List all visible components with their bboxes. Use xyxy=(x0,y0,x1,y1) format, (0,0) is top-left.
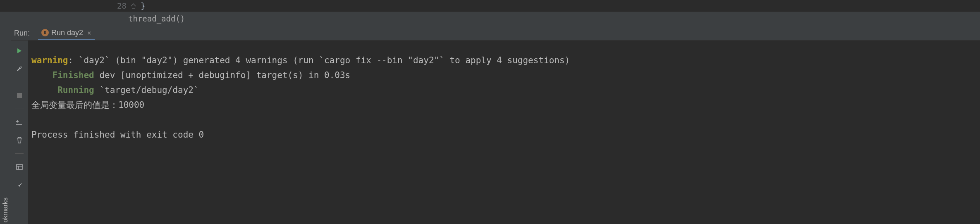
trash-icon[interactable] xyxy=(15,136,24,145)
console-finished-label: Finished xyxy=(53,70,94,80)
console-text: `target/debug/day2` xyxy=(94,85,199,95)
pin-icon[interactable] xyxy=(15,180,24,189)
scroll-to-end-icon[interactable] xyxy=(15,118,24,127)
divider xyxy=(15,109,24,109)
fold-up-icon[interactable] xyxy=(130,2,136,10)
rust-icon: R xyxy=(41,29,49,36)
console-warning-label: warning xyxy=(31,55,68,65)
breadcrumb-bar: thread_add() xyxy=(0,12,980,26)
code-line[interactable]: 28 } xyxy=(0,0,980,12)
vertical-tab-label: okmarks xyxy=(2,198,9,222)
run-toolbar xyxy=(11,41,28,224)
console-running-label: Running xyxy=(57,85,94,95)
console-text: : `day2` (bin "day2") generated 4 warnin… xyxy=(68,55,570,65)
run-body: warning: `day2` (bin "day2") generated 4… xyxy=(11,41,980,224)
run-tab[interactable]: R Run day2 × xyxy=(38,26,95,40)
breadcrumb-item[interactable]: thread_add() xyxy=(128,14,185,23)
editor-area: 28 } thread_add() xyxy=(0,0,980,26)
rerun-icon[interactable] xyxy=(15,46,24,55)
main-area: okmarks Run: R Run day2 × xyxy=(0,26,980,224)
divider xyxy=(15,82,24,82)
layout-icon[interactable] xyxy=(15,162,24,172)
console-text: Process finished with exit code 0 xyxy=(31,130,204,140)
close-icon[interactable]: × xyxy=(87,29,91,37)
run-label: Run: xyxy=(14,29,30,38)
divider xyxy=(15,153,24,154)
line-number: 28 xyxy=(117,1,127,10)
code-text: } xyxy=(141,1,146,11)
console-text: 全局变量最后的值是：10000 xyxy=(31,100,144,110)
console-output[interactable]: warning: `day2` (bin "day2") generated 4… xyxy=(28,41,980,224)
run-panel: Run: R Run day2 × xyxy=(11,26,980,224)
svg-rect-1 xyxy=(17,164,22,169)
stop-icon[interactable] xyxy=(15,91,24,100)
console-text: dev [unoptimized + debuginfo] target(s) … xyxy=(94,70,351,80)
bookmarks-tab[interactable]: okmarks xyxy=(0,26,11,224)
gutter[interactable]: 28 xyxy=(0,1,141,10)
svg-rect-0 xyxy=(17,93,22,98)
wrench-icon[interactable] xyxy=(15,64,24,73)
run-tab-bar: Run: R Run day2 × xyxy=(11,26,980,41)
run-tab-title: Run day2 xyxy=(51,29,83,37)
